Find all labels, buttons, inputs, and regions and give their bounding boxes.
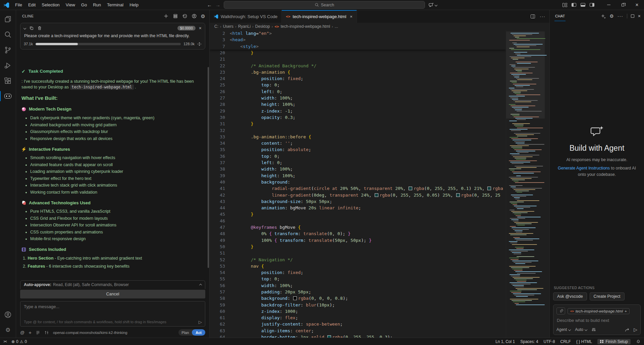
breadcrumb-item[interactable]: Users — [223, 24, 233, 29]
attach-context-button[interactable] — [556, 307, 565, 315]
code-line[interactable]: 56 width: 100%; — [210, 282, 506, 289]
close-task-icon[interactable]: × — [199, 25, 202, 31]
code-editor[interactable]: 2<html lang="en">3<head>7 <style> 20 }21… — [210, 30, 549, 338]
act-mode-button[interactable]: Act — [192, 329, 205, 336]
breadcrumb-item[interactable]: C: — [214, 24, 218, 29]
agent-mode-dropdown[interactable]: Agent — [556, 327, 571, 332]
breadcrumb-file[interactable]: tech-inspired-webpage.html — [281, 24, 330, 29]
new-task-icon[interactable] — [163, 13, 169, 19]
menu-go[interactable]: Go — [78, 1, 90, 8]
code-line[interactable]: 29 z-index: -1; — [210, 108, 506, 114]
code-line[interactable]: 43 background-size: 50px 50px; — [210, 198, 506, 205]
code-line[interactable]: 52 /* Navigation */ — [210, 257, 506, 263]
split-editor-icon[interactable] — [531, 14, 535, 18]
model-label[interactable]: openai-compat:moonshotai/kimi-k2-thinkin… — [53, 331, 127, 335]
menu-file[interactable]: File — [12, 1, 25, 8]
language-mode[interactable]: { } HTML — [576, 339, 592, 344]
code-line[interactable]: 25 top: 0; — [210, 82, 506, 88]
sidebar-item-search[interactable] — [0, 27, 16, 42]
command-search-box[interactable]: Search — [224, 1, 425, 9]
code-line[interactable]: 37 left: 0; — [210, 159, 506, 166]
response-scroll-area[interactable]: ✓ Task Completed : I've successfully cre… — [16, 64, 209, 271]
minimize-button[interactable] — [602, 0, 616, 10]
close-window-button[interactable]: × — [630, 0, 644, 10]
sidebar-item-extensions[interactable] — [0, 73, 16, 88]
code-line[interactable]: 62 justify-content: space-between; — [210, 321, 506, 327]
close-panel-icon[interactable]: × — [638, 13, 641, 19]
back-arrow-icon[interactable]: ← — [207, 2, 212, 8]
copilot-menu[interactable] — [428, 2, 437, 7]
menu-edit[interactable]: Edit — [25, 1, 39, 8]
new-chat-icon[interactable] — [601, 14, 606, 19]
copy-icon[interactable] — [29, 26, 34, 30]
encoding[interactable]: UTF-8 — [544, 339, 555, 344]
rules-icon[interactable] — [36, 330, 40, 335]
code-line[interactable]: 44 animation: bgMove 20s linear infinite… — [210, 205, 506, 211]
code-line[interactable]: 26 left: 0; — [210, 88, 506, 95]
sidebar-item-run-debug[interactable] — [0, 58, 16, 73]
cancel-button[interactable]: Cancel — [20, 290, 205, 298]
toggle-panel-icon[interactable] — [581, 3, 585, 7]
send-icon[interactable]: ▷ — [199, 320, 202, 325]
remote-indicator[interactable]: >< — [0, 340, 10, 343]
model-dropdown[interactable]: Auto — [575, 327, 587, 332]
code-line[interactable]: 58 background: rgba(0, 0, 0, 0.8); — [210, 295, 506, 301]
tab-tech-inspired-webpage[interactable]: <> tech-inspired-webpage.html × — [282, 10, 357, 23]
finish-setup-button[interactable]: Finish Setup — [597, 339, 631, 344]
breadcrumb-item[interactable]: RyanLi — [238, 24, 251, 29]
maximize-panel-icon[interactable] — [631, 14, 634, 18]
toggle-secondary-sidebar-icon[interactable] — [590, 3, 594, 7]
menu-run[interactable]: Run — [90, 1, 104, 8]
code-line[interactable]: 46 — [210, 218, 506, 224]
send-icon[interactable]: ▷ — [634, 327, 637, 332]
code-line[interactable]: 64 border-bottom: 1px solid rgba(0, 255,… — [210, 334, 506, 338]
code-line[interactable]: 59 backdrop-filter: blur(10px); — [210, 302, 506, 308]
history-icon[interactable] — [182, 13, 187, 19]
workflows-icon[interactable] — [44, 330, 49, 335]
gear-icon[interactable]: ⚙ — [201, 14, 205, 19]
menu-terminal[interactable]: Terminal — [104, 1, 126, 8]
code-line[interactable]: 22 /* Animated Background */ — [210, 63, 506, 69]
menu-selection[interactable]: Selection — [39, 1, 62, 8]
menu-view[interactable]: View — [63, 1, 78, 8]
sidebar-item-source-control[interactable] — [0, 42, 16, 58]
code-line[interactable]: 61 display: flex; — [210, 315, 506, 321]
account-icon[interactable] — [192, 13, 197, 19]
minimap[interactable] — [506, 30, 549, 338]
sidebar-scrollbar[interactable] — [208, 67, 209, 268]
breadcrumb-item[interactable]: Desktop — [255, 24, 270, 29]
code-line[interactable]: 31 } — [210, 121, 506, 127]
more-actions-icon[interactable]: ··· — [540, 14, 545, 19]
sidebar-item-explorer[interactable] — [0, 11, 16, 27]
code-line[interactable]: 33 .bg-animation::before { — [210, 134, 506, 140]
code-line[interactable]: 39 height: 100%; — [210, 172, 506, 179]
code-line[interactable]: 50 } — [210, 244, 506, 250]
code-line[interactable]: 28 height: 100%; — [210, 101, 506, 108]
sidebar-item-account[interactable] — [0, 307, 16, 322]
breadcrumb-trail[interactable]: ... — [335, 24, 338, 29]
cursor-position[interactable]: Ln 1, Col 1 — [495, 339, 515, 344]
customize-layout-icon[interactable] — [562, 3, 567, 7]
code-line[interactable]: 45 } — [210, 211, 506, 217]
restore-button[interactable] — [616, 0, 630, 10]
gear-icon[interactable]: ⚙ — [609, 14, 614, 18]
add-icon[interactable]: + — [29, 330, 32, 335]
close-tab-icon[interactable]: × — [350, 14, 353, 19]
color-swatch[interactable] — [293, 296, 297, 300]
forward-arrow-icon[interactable]: → — [215, 2, 220, 8]
ask-vscode-button[interactable]: Ask @vscode — [553, 292, 587, 300]
code-line[interactable]: 48 0% { transform: translate(0, 0); } — [210, 230, 506, 237]
redo-arrow-icon[interactable] — [625, 328, 630, 332]
code-line[interactable]: 55 top: 0; — [210, 276, 506, 282]
menu-help[interactable]: Help — [126, 1, 142, 8]
sidebar-item-cline[interactable] — [0, 88, 16, 104]
code-line[interactable]: 23 .bg-animation { — [210, 69, 506, 75]
code-line[interactable]: 21 — [210, 56, 506, 62]
toggle-sidebar-icon[interactable] — [572, 3, 576, 7]
code-line[interactable]: 27 width: 100%; — [210, 95, 506, 101]
color-swatch[interactable] — [375, 193, 378, 197]
color-swatch[interactable] — [456, 193, 460, 197]
code-line[interactable]: 24 position: fixed; — [210, 75, 506, 82]
problems-indicator[interactable]: ⊗ 0 ⚠ 0 — [11, 339, 27, 344]
chat-input[interactable]: <> tech-inspired-webpage.html + Describe… — [553, 304, 641, 335]
